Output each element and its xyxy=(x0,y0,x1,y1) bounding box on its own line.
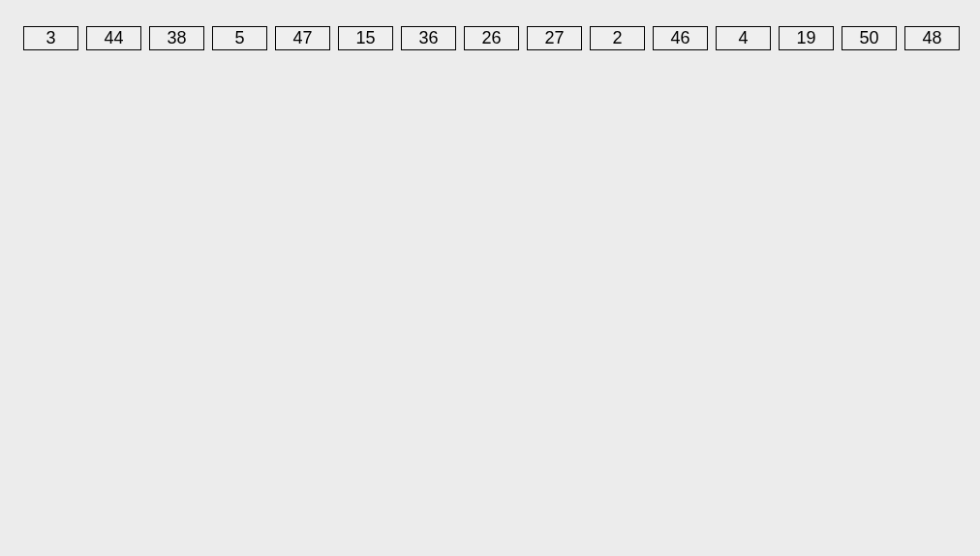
number-button[interactable]: 48 xyxy=(904,26,960,50)
number-button[interactable]: 26 xyxy=(464,26,519,50)
number-button[interactable]: 38 xyxy=(149,26,204,50)
number-button[interactable]: 3 xyxy=(23,26,78,50)
number-button[interactable]: 4 xyxy=(716,26,771,50)
number-button[interactable]: 5 xyxy=(212,26,267,50)
number-button[interactable]: 46 xyxy=(653,26,708,50)
number-button[interactable]: 50 xyxy=(842,26,897,50)
number-button[interactable]: 2 xyxy=(590,26,645,50)
button-row: 3 44 38 5 47 15 36 26 27 2 46 4 19 50 48 xyxy=(0,0,980,50)
number-button[interactable]: 15 xyxy=(338,26,393,50)
number-button[interactable]: 36 xyxy=(401,26,456,50)
number-button[interactable]: 19 xyxy=(779,26,834,50)
number-button[interactable]: 47 xyxy=(275,26,330,50)
number-button[interactable]: 44 xyxy=(86,26,141,50)
number-button[interactable]: 27 xyxy=(527,26,582,50)
